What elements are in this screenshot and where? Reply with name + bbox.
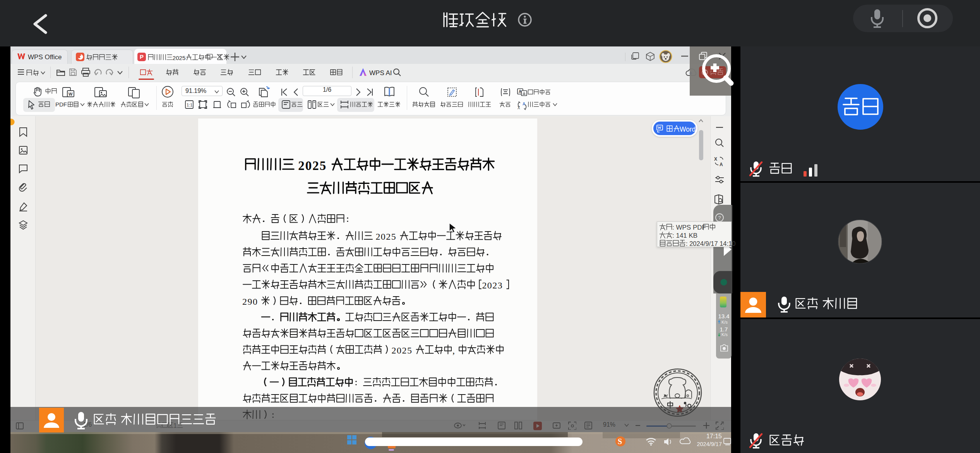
svg-text:0: 0	[487, 280, 492, 290]
svg-text:3: 3	[498, 280, 502, 290]
svg-text:0: 0	[397, 345, 401, 355]
svg-text:X: X	[517, 106, 520, 110]
svg-text:2: 2	[173, 55, 176, 61]
svg-text:1:1: 1:1	[187, 103, 192, 107]
svg-text:S: S	[618, 437, 622, 446]
svg-text:X: X	[714, 156, 717, 162]
svg-text:5: 5	[391, 232, 396, 242]
svg-text:W: W	[69, 92, 73, 96]
svg-text:9: 9	[247, 297, 252, 307]
svg-text:?: ?	[718, 215, 721, 221]
svg-text:2: 2	[402, 345, 407, 355]
svg-text:5: 5	[320, 159, 326, 173]
svg-text:0: 0	[305, 159, 312, 173]
svg-text:2: 2	[375, 232, 380, 242]
svg-text:2: 2	[179, 55, 182, 61]
svg-text:A: A	[720, 162, 723, 167]
svg-text:0: 0	[253, 297, 257, 307]
svg-text:A: A	[523, 102, 525, 106]
svg-text:5: 5	[407, 345, 412, 355]
svg-text:2: 2	[392, 345, 396, 355]
svg-text:0: 0	[381, 232, 385, 242]
svg-text:2: 2	[298, 159, 305, 173]
svg-text:5: 5	[182, 55, 185, 61]
svg-text:2: 2	[386, 232, 391, 242]
svg-text:2: 2	[242, 297, 247, 307]
svg-text:2: 2	[492, 280, 497, 290]
svg-text:,: ,	[452, 345, 455, 355]
svg-text:0: 0	[176, 55, 179, 61]
svg-text:A: A	[519, 89, 521, 94]
svg-text:2: 2	[312, 159, 319, 173]
svg-text:P: P	[140, 53, 144, 60]
svg-text:K/s: K/s	[721, 320, 728, 324]
svg-text:2: 2	[482, 280, 487, 290]
svg-text:K/s: K/s	[721, 332, 728, 337]
